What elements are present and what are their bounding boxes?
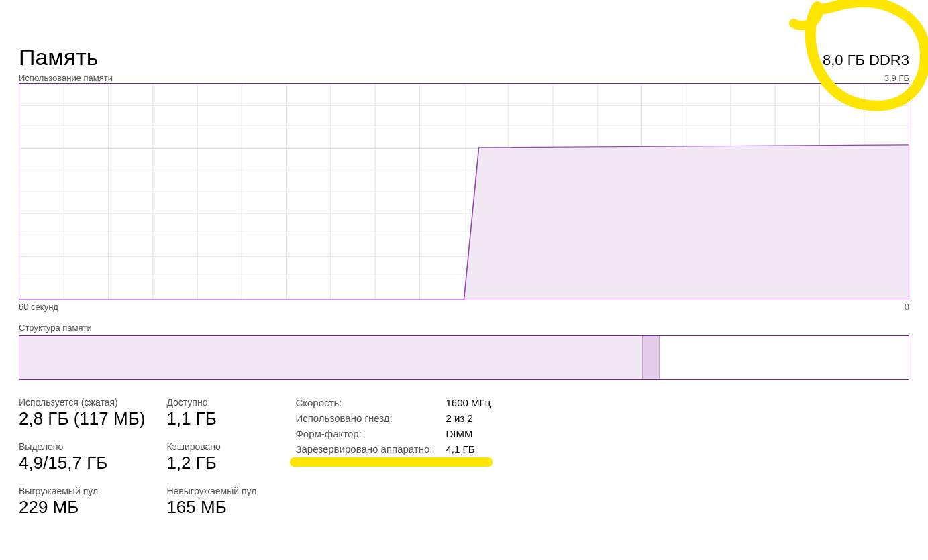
memory-composition-bar[interactable] xyxy=(19,335,909,380)
stat-label: Невыгружаемый пул xyxy=(166,486,256,496)
stat-block: Выделено4,9/15,7 ГБ xyxy=(19,441,145,473)
total-memory-label: 8,0 ГБ DDR3 xyxy=(823,52,909,69)
stat-block: Кэшировано1,2 ГБ xyxy=(166,441,256,473)
spec-value: 2 из 2 xyxy=(446,412,491,424)
memory-composition-label: Структура памяти xyxy=(19,323,909,333)
stat-value: 1,2 ГБ xyxy=(166,453,256,473)
chart-x-left-label: 60 секунд xyxy=(19,302,58,312)
composition-segment-used xyxy=(19,336,642,379)
spec-value: 4,1 ГБ xyxy=(446,443,491,455)
stat-label: Выделено xyxy=(19,441,145,452)
stat-label: Выгружаемый пул xyxy=(19,486,145,496)
stat-block: Используется (сжатая)2,8 ГБ (117 МБ) xyxy=(19,397,145,429)
spec-key: Зарезервировано аппаратно: xyxy=(295,443,432,455)
stat-value: 4,9/15,7 ГБ xyxy=(19,453,145,473)
page-title: Память xyxy=(19,44,98,70)
stat-label: Кэшировано xyxy=(166,441,256,452)
stats-right-group: Скорость:1600 МГцИспользовано гнезд:2 из… xyxy=(295,397,491,518)
memory-usage-chart[interactable] xyxy=(19,83,909,300)
stat-value: 1,1 ГБ xyxy=(166,409,256,429)
spec-key: Форм-фактор: xyxy=(295,428,432,439)
chart-yscale-label: 3,9 ГБ xyxy=(884,73,909,83)
stat-value: 229 МБ xyxy=(19,498,145,518)
annotation-highlight xyxy=(290,457,493,467)
spec-value: DIMM xyxy=(446,428,491,439)
chart-title-label: Использование памяти xyxy=(19,73,113,83)
stat-label: Доступно xyxy=(166,397,256,408)
stat-label: Используется (сжатая) xyxy=(19,397,145,408)
stat-value: 2,8 ГБ (117 МБ) xyxy=(19,409,145,429)
composition-segment-modified xyxy=(642,336,660,379)
stat-value: 165 МБ xyxy=(166,498,256,518)
spec-key: Скорость: xyxy=(295,397,432,408)
stat-block: Доступно1,1 ГБ xyxy=(166,397,256,429)
chart-x-right-label: 0 xyxy=(905,302,909,312)
stat-block: Выгружаемый пул229 МБ xyxy=(19,486,145,518)
spec-key: Использовано гнезд: xyxy=(295,412,432,424)
spec-value: 1600 МГц xyxy=(446,397,491,408)
composition-segment-free xyxy=(660,336,909,379)
stats-left-group: Используется (сжатая)2,8 ГБ (117 МБ)Дост… xyxy=(19,397,256,518)
stat-block: Невыгружаемый пул165 МБ xyxy=(166,486,256,518)
